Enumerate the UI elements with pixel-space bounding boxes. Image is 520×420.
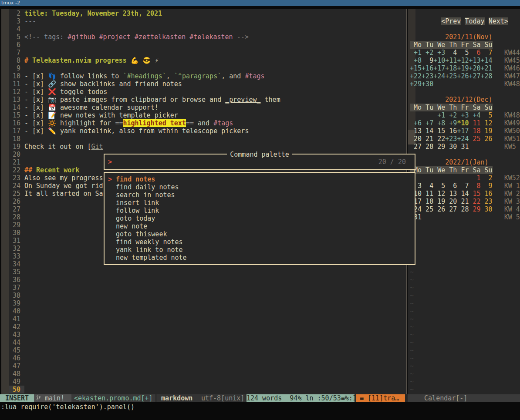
calendar-day-29[interactable]: +29 [410, 80, 422, 88]
calendar-day-24[interactable]: +24 [457, 135, 469, 143]
calendar-day-9[interactable]: 9 [481, 182, 493, 190]
calendar-day-1[interactable]: 1 [469, 174, 480, 182]
terminal-scrollbar[interactable] [1, 9, 9, 394]
calendar-day-13[interactable]: +13 [469, 57, 480, 64]
calendar-day-16[interactable]: +16 [422, 64, 433, 72]
calendar-day-11[interactable]: 11 [422, 190, 433, 198]
calendar-day-3[interactable]: +3 [433, 49, 445, 57]
calendar-day-4[interactable]: 4 [422, 182, 433, 190]
calendar-day-21[interactable]: 21 [457, 198, 469, 205]
calendar-day-19[interactable]: +19 [457, 64, 469, 72]
calendar-day-9[interactable]: 9 [422, 57, 433, 64]
calendar-day-19[interactable]: 19 [433, 198, 445, 205]
calendar-day-6[interactable]: +6 [410, 119, 422, 127]
calendar-day-22[interactable]: 22 [433, 135, 445, 143]
calendar-day-14[interactable]: 14 [422, 127, 433, 135]
palette-item-new-templated-note[interactable]: new templated note [105, 254, 415, 262]
calendar-day-6[interactable]: 6 [469, 49, 480, 57]
calendar-day-25[interactable]: 25 [422, 205, 433, 213]
palette-item-find-weekly-notes[interactable]: find weekly notes [105, 238, 415, 246]
calendar-day-7[interactable]: 7 [457, 182, 469, 190]
command-line[interactable]: :lua require('telekasten').panel() [1, 403, 519, 411]
palette-item-new-note[interactable]: new note [105, 222, 415, 230]
next-button[interactable]: Next> [489, 17, 508, 25]
calendar-day-26[interactable]: 26 [433, 205, 445, 213]
calendar-day-25[interactable]: 25 [469, 135, 480, 143]
prev-button[interactable]: <Prev [441, 17, 461, 25]
calendar-day-27[interactable]: 27 [410, 143, 422, 151]
calendar-day-30[interactable]: 30 [445, 143, 457, 151]
calendar-day-25[interactable]: +25 [445, 72, 457, 80]
calendar-day-18[interactable]: +18 [445, 64, 457, 72]
calendar-day-2[interactable]: +2 [445, 111, 457, 119]
calendar-day-20[interactable]: 20 [445, 198, 457, 205]
calendar-day-4[interactable]: +4 [469, 111, 480, 119]
calendar-day-13[interactable]: 13 [445, 190, 457, 198]
calendar-day-10[interactable]: +10 [433, 57, 445, 64]
calendar-day-27[interactable]: +27 [469, 72, 480, 80]
calendar-day-16[interactable]: 16 [481, 190, 493, 198]
calendar-day-22[interactable]: 22 [469, 198, 480, 205]
calendar-day-24[interactable]: +24 [433, 72, 445, 80]
calendar-day-21[interactable]: 21 [422, 135, 433, 143]
calendar-day-10[interactable]: *10 [457, 119, 469, 127]
calendar-day-8[interactable]: 8 [469, 182, 480, 190]
calendar-day-12[interactable]: 12 [481, 119, 493, 127]
calendar-day-4[interactable]: 4 [445, 49, 457, 57]
calendar-day-28[interactable]: 28 [457, 205, 469, 213]
calendar-day-11[interactable]: +11 [445, 57, 457, 64]
calendar-day-15[interactable]: 15 [433, 127, 445, 135]
calendar-day-7[interactable]: +7 [422, 119, 433, 127]
calendar-day-26[interactable]: 26 [481, 135, 493, 143]
calendar-day-15[interactable]: +15 [410, 64, 422, 72]
calendar-day-14[interactable]: 14 [457, 190, 469, 198]
calendar-day-13[interactable]: 13 [410, 127, 422, 135]
calendar-day-27[interactable]: 27 [445, 205, 457, 213]
calendar-day-28[interactable]: +28 [481, 72, 493, 80]
calendar-day-20[interactable]: 20 [410, 135, 422, 143]
calendar-day-7[interactable]: 7 [481, 49, 493, 57]
calendar-day-1[interactable]: +1 [410, 49, 422, 57]
palette-item-goto-thisweek[interactable]: goto thisweek [105, 230, 415, 238]
palette-results-list[interactable]: > find notes find daily notes search in … [104, 172, 415, 265]
calendar-day-5[interactable]: 5 [481, 111, 493, 119]
palette-item-find-notes[interactable]: > find notes [105, 175, 415, 183]
calendar-day-11[interactable]: 11 [469, 119, 480, 127]
calendar-day-29[interactable]: 29 [469, 205, 480, 213]
calendar-day-15[interactable]: 15 [469, 190, 480, 198]
calendar-day-3[interactable]: +3 [457, 111, 469, 119]
palette-item-search-in-notes[interactable]: search in notes [105, 191, 415, 199]
calendar-day-26[interactable]: +26 [457, 72, 469, 80]
calendar-day-29[interactable]: 29 [433, 143, 445, 151]
calendar-day-22[interactable]: +22 [410, 72, 422, 80]
palette-item-goto-today[interactable]: goto today [105, 215, 415, 222]
calendar-day-21[interactable]: +21 [481, 64, 493, 72]
calendar-day-16[interactable]: 16 [445, 127, 457, 135]
calendar-day-2[interactable]: 2 [481, 174, 493, 182]
calendar-day-23[interactable]: +23 [445, 135, 457, 143]
calendar-day-12[interactable]: +12 [457, 57, 469, 64]
calendar-day-30[interactable]: 30 [481, 205, 493, 213]
calendar-day-19[interactable]: 19 [481, 127, 493, 135]
calendar-day-18[interactable]: 18 [422, 198, 433, 205]
calendar-day-6[interactable]: 6 [445, 182, 457, 190]
calendar-day-30[interactable]: +30 [422, 80, 433, 88]
calendar-day-5[interactable]: 5 [457, 49, 469, 57]
calendar-day-23[interactable]: +23 [422, 72, 433, 80]
calendar-day-8[interactable]: +8 [433, 119, 445, 127]
calendar-day-20[interactable]: +20 [469, 64, 480, 72]
calendar-day-23[interactable]: 23 [481, 198, 493, 205]
calendar-day-31[interactable]: 31 [457, 143, 469, 151]
palette-item-yank-link-to-note[interactable]: yank link to note [105, 246, 415, 254]
calendar-day-14[interactable]: +14 [481, 57, 493, 64]
calendar-day-9[interactable]: +9 [445, 119, 457, 127]
calendar-day-2[interactable]: +2 [422, 49, 433, 57]
calendar-day-1[interactable]: +1 [433, 111, 445, 119]
calendar-day-18[interactable]: 18 [469, 127, 480, 135]
palette-item-find-daily-notes[interactable]: find daily notes [105, 183, 415, 191]
calendar-day-5[interactable]: 5 [433, 182, 445, 190]
calendar-day-17[interactable]: +17 [433, 64, 445, 72]
calendar-day-28[interactable]: 28 [422, 143, 433, 151]
calendar-day-17[interactable]: +17 [457, 127, 469, 135]
palette-prompt-input[interactable]: > 20 / 20 [104, 154, 415, 170]
